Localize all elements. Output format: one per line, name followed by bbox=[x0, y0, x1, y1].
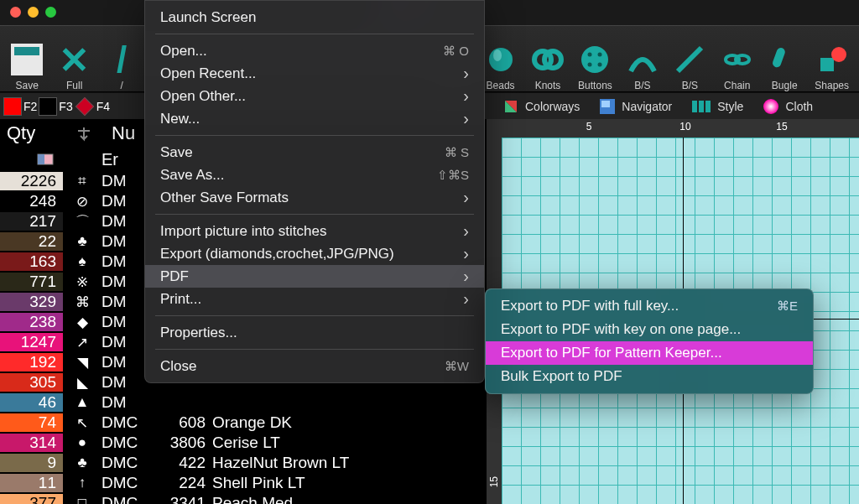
thread-code: 3806 bbox=[159, 434, 212, 452]
file-menu: Launch ScreenOpen...⌘ OOpen Recent...›Op… bbox=[144, 0, 485, 383]
chevron-right-icon: › bbox=[463, 109, 469, 128]
thread-name: HazelNut Brown LT bbox=[212, 454, 487, 472]
menu-item-open-other[interactable]: Open Other...› bbox=[145, 85, 484, 107]
header-nu[interactable]: Nu bbox=[105, 122, 143, 144]
secondary-toolbar: ColorwaysNavigatorStyleCloth bbox=[487, 92, 859, 119]
submenu-item-export-to-pdf-with-key-on-one-page[interactable]: Export to PDF with key on one page... bbox=[486, 318, 813, 341]
tool-label: Full bbox=[66, 80, 82, 91]
nav-icon bbox=[598, 97, 617, 116]
tool-half[interactable]: // bbox=[98, 28, 145, 91]
tool-buttons[interactable]: Buttons bbox=[571, 28, 618, 91]
thread-row[interactable]: 74↖DMC608Orange DK bbox=[0, 413, 487, 433]
window-minimize-button[interactable] bbox=[28, 7, 39, 18]
menu-item-print[interactable]: Print...› bbox=[145, 288, 484, 310]
tool-save[interactable]: Save bbox=[3, 28, 50, 91]
svg-line-9 bbox=[678, 48, 701, 71]
menu-item-other-save-formats[interactable]: Other Save Formats› bbox=[145, 186, 484, 209]
chevron-right-icon: › bbox=[463, 221, 469, 241]
button-icon bbox=[578, 43, 612, 76]
eraser-icon[interactable] bbox=[36, 151, 56, 168]
chevron-right-icon: › bbox=[463, 267, 469, 286]
swatch-F3[interactable]: F3 bbox=[39, 97, 72, 116]
menu-item-save[interactable]: Save⌘ S bbox=[145, 141, 484, 164]
swatch-F2[interactable]: F2 bbox=[3, 97, 37, 116]
menu-item-properties[interactable]: Properties... bbox=[145, 321, 484, 344]
thread-name: Shell Pink LT bbox=[212, 474, 487, 492]
tool2-navigator[interactable]: Navigator bbox=[591, 96, 679, 117]
thread-name: Orange DK bbox=[212, 413, 487, 432]
swatch-key-label: F3 bbox=[59, 100, 72, 113]
menu-item-open-recent[interactable]: Open Recent...› bbox=[145, 62, 484, 85]
tool-shapes[interactable]: Shapes bbox=[808, 28, 855, 91]
thread-row[interactable]: 9♣DMC422HazelNut Brown LT bbox=[0, 453, 487, 473]
svg-rect-12 bbox=[772, 47, 787, 69]
tool-label: Shapes bbox=[815, 80, 849, 91]
bs-line-icon bbox=[673, 43, 706, 76]
menu-shortcut: ⌘ O bbox=[443, 44, 469, 59]
tool-full[interactable]: ✕Full bbox=[50, 28, 97, 91]
submenu-item-bulk-export-to-pdf[interactable]: Bulk Export to PDF bbox=[486, 365, 813, 388]
submenu-item-export-to-pdf-with-full-key[interactable]: Export to PDF with full key...⌘E bbox=[486, 294, 813, 318]
thread-brand: DM bbox=[102, 393, 159, 412]
thread-symbol: ♠ bbox=[63, 253, 102, 270]
svg-rect-20 bbox=[705, 101, 711, 112]
menu-item-export-diamonds-crochet-jpg-png[interactable]: Export (diamonds,crochet,JPG/PNG)› bbox=[145, 242, 484, 265]
menu-item-import-picture-into-stitches[interactable]: Import picture into stitches› bbox=[145, 220, 484, 242]
pdf-submenu: Export to PDF with full key...⌘EExport t… bbox=[485, 288, 814, 394]
tool-bs2[interactable]: B/S bbox=[666, 28, 713, 91]
svg-point-5 bbox=[588, 53, 592, 57]
tool-label: Buttons bbox=[578, 80, 612, 91]
window-close-button[interactable] bbox=[10, 7, 21, 18]
tool-chain[interactable]: Chain bbox=[714, 28, 761, 91]
swatch-icon bbox=[502, 97, 520, 116]
header-qty[interactable]: Qty bbox=[0, 122, 63, 144]
thread-row[interactable]: 314●DMC3806Cerise LT bbox=[0, 433, 487, 453]
tool2-colorways[interactable]: Colorways bbox=[495, 96, 586, 117]
shapes-icon bbox=[815, 43, 849, 76]
thread-symbol: ※ bbox=[63, 273, 102, 291]
sort-icon[interactable] bbox=[75, 124, 93, 143]
thread-row[interactable]: 46▲DM bbox=[0, 392, 487, 413]
tool-bs1[interactable]: B/S bbox=[619, 28, 666, 91]
menu-item-launch-screen[interactable]: Launch Screen bbox=[145, 6, 484, 29]
slash-icon: / bbox=[105, 43, 138, 76]
menu-item-label: Print... bbox=[160, 291, 201, 308]
window-maximize-button[interactable] bbox=[45, 7, 56, 18]
thread-name: Cerise LT bbox=[212, 434, 487, 452]
menu-item-label: Properties... bbox=[160, 325, 237, 341]
menu-item-new[interactable]: New...› bbox=[145, 107, 484, 130]
menu-item-open[interactable]: Open...⌘ O bbox=[145, 39, 484, 62]
swatch-key-label: F4 bbox=[96, 100, 110, 113]
thread-qty: 11 bbox=[0, 474, 63, 492]
swatch-F4[interactable]: F4 bbox=[75, 100, 110, 113]
svg-point-14 bbox=[831, 47, 846, 62]
thread-symbol: ↑ bbox=[63, 475, 102, 491]
thread-qty: 314 bbox=[0, 434, 63, 452]
chevron-right-icon: › bbox=[463, 188, 469, 207]
thread-qty: 305 bbox=[0, 373, 63, 392]
thread-brand: DMC bbox=[102, 434, 159, 452]
tool-label: / bbox=[120, 80, 122, 91]
knot-icon bbox=[531, 43, 565, 76]
thread-qty: 74 bbox=[0, 413, 63, 432]
tool-bugle[interactable]: Bugle bbox=[761, 28, 808, 91]
menu-item-save-as[interactable]: Save As...⇧⌘S bbox=[145, 164, 484, 186]
tool2-style[interactable]: Style bbox=[684, 96, 750, 117]
tool-knots[interactable]: Knots bbox=[524, 28, 571, 91]
tool2-cloth[interactable]: Cloth bbox=[755, 96, 820, 117]
svg-rect-13 bbox=[820, 58, 834, 71]
thread-row[interactable]: 377□DMC3341Peach Med bbox=[0, 493, 487, 504]
menu-shortcut: ⌘ S bbox=[445, 145, 469, 160]
menu-item-label: Close bbox=[160, 358, 196, 375]
cloth-icon bbox=[762, 97, 780, 116]
menu-item-close[interactable]: Close⌘W bbox=[145, 355, 484, 377]
save-icon bbox=[10, 43, 44, 76]
submenu-item-export-to-pdf-for-pattern-keeper[interactable]: Export to PDF for Pattern Keeper... bbox=[486, 341, 813, 365]
svg-point-1 bbox=[493, 49, 502, 61]
tool-label: Knots bbox=[535, 80, 561, 91]
tool-label: Beads bbox=[487, 80, 515, 91]
tool-label: Bugle bbox=[772, 80, 798, 91]
menu-item-pdf[interactable]: PDF› bbox=[145, 265, 484, 288]
thread-row[interactable]: 11↑DMC224Shell Pink LT bbox=[0, 473, 487, 493]
thread-symbol: ◥ bbox=[63, 354, 102, 372]
